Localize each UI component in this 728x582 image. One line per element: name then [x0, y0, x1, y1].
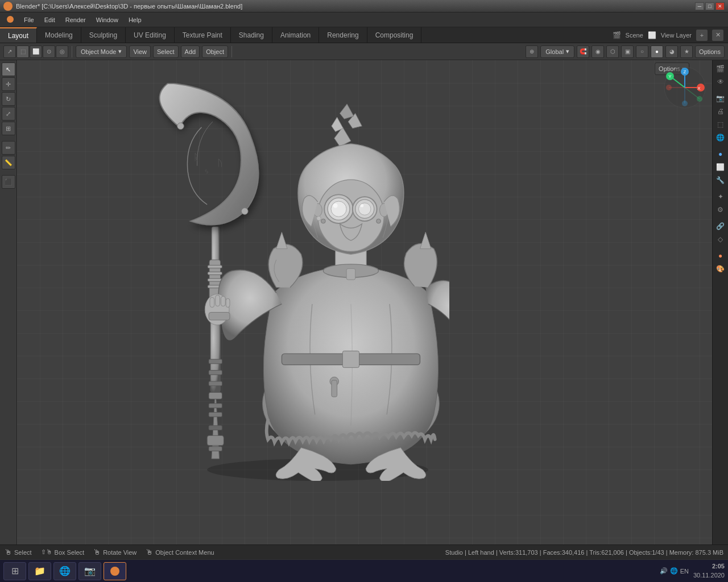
svg-rect-15 [208, 265, 222, 268]
tab-uv-editing[interactable]: UV Editing [126, 27, 175, 43]
viewport[interactable]: ᚱ ᛃ ᚢ [17, 60, 712, 544]
minimize-button[interactable]: ─ [695, 2, 704, 10]
help-menu[interactable]: Help [124, 15, 146, 24]
taskbar-blender[interactable] [104, 562, 126, 580]
edit-menu[interactable]: Edit [40, 15, 60, 24]
svg-rect-3 [209, 359, 222, 364]
svg-point-22 [177, 123, 184, 130]
object-button[interactable]: Object [202, 45, 228, 58]
svg-marker-26 [340, 104, 354, 119]
rp-view-icon[interactable]: 👁 [714, 76, 727, 88]
mode-dropdown[interactable]: Object Mode ▾ [76, 45, 127, 58]
toolbar-select-icon[interactable]: ⬚ [16, 45, 29, 58]
toolbar-material-icon[interactable]: ◕ [665, 45, 678, 58]
add-workspace-button[interactable]: + [696, 30, 708, 41]
tool-transform[interactable]: ⊞ [2, 122, 15, 135]
status-bar: 🖱 Select ⇧🖱 Box Select 🖱 Rotate View 🖱 O… [0, 544, 728, 559]
select-button[interactable]: Select [153, 45, 179, 58]
rp-data-icon[interactable]: ◇ [714, 233, 727, 246]
tab-layout[interactable]: Layout [0, 27, 37, 43]
clock-display[interactable]: 2:05 30.11.2020 [693, 562, 725, 580]
shift-icon: ⇧🖱 [41, 548, 52, 556]
rp-scene-icon[interactable]: 🎬 [714, 63, 727, 75]
tool-move[interactable]: ✛ [2, 77, 15, 91]
toolbar-box-select-icon[interactable]: ⬜ [30, 45, 42, 58]
left-tool-panel: ↖ ✛ ↻ ⤢ ⊞ ✏ 📏 ⬛ [0, 60, 17, 544]
tab-compositing[interactable]: Compositing [367, 27, 422, 43]
tab-rendering[interactable]: Rendering [319, 27, 367, 43]
toolbar-overlay-icon[interactable]: ⬡ [606, 45, 619, 58]
rp-constraints-icon[interactable]: 🔗 [714, 220, 727, 232]
view-button[interactable]: View [129, 45, 151, 58]
tab-modeling[interactable]: Modeling [37, 27, 81, 43]
right-properties-panel: 🎬 👁 📷 🖨 ⬚ 🌐 ● ⬜ 🔧 ✦ ⚙ 🔗 ◇ ● 🎨 [712, 60, 728, 544]
rp-view-layer-icon[interactable]: ⬚ [714, 118, 727, 131]
rp-physics-icon[interactable]: ⚙ [714, 203, 727, 216]
blender-menu-icon [7, 16, 14, 23]
options-button[interactable]: Options [695, 45, 725, 58]
transform-arrow: ▾ [566, 48, 569, 55]
toolbar-pivot-icon[interactable]: ⊕ [526, 45, 538, 58]
workspace-tabs: Layout Modeling Sculpting UV Editing Tex… [0, 27, 728, 43]
rp-output-icon[interactable]: 🖨 [714, 105, 727, 118]
rp-material-icon[interactable]: ● [714, 250, 727, 262]
tool-measure[interactable]: 📏 [2, 156, 15, 169]
toolbar-rendered-icon[interactable]: ★ [680, 45, 693, 58]
taskbar-explorer[interactable]: 📁 [28, 562, 51, 580]
svg-text:ᚱ: ᚱ [193, 152, 199, 162]
rp-render-icon[interactable]: 🎨 [714, 263, 727, 275]
add-button[interactable]: Add [181, 45, 200, 58]
toolbar-proportional-icon[interactable]: ◉ [592, 45, 604, 58]
tool-annotate[interactable]: ✏ [2, 141, 15, 155]
taskbar-browser[interactable]: 🌐 [53, 562, 76, 580]
tray-language[interactable]: EN [680, 568, 689, 575]
menu-bar: File Edit Render Window Help [0, 13, 728, 27]
svg-rect-9 [209, 426, 222, 430]
tool-rotate[interactable]: ↻ [2, 92, 15, 106]
toolbar-arrow-icon[interactable]: ↗ [3, 45, 16, 58]
toolbar-lasso-icon[interactable]: ⊙ [43, 45, 55, 58]
tab-shading[interactable]: Shading [231, 27, 272, 43]
ws-right-controls: 🎬 Scene ⬜ View Layer + ✕ [613, 27, 728, 43]
svg-point-56 [360, 204, 363, 207]
nav-gizmo-svg[interactable]: X Y Z [662, 65, 708, 110]
rp-scene2-icon[interactable]: 🌐 [714, 131, 727, 144]
rp-camera-icon[interactable]: 📷 [714, 92, 727, 105]
taskbar-right: 🔊 🌐 EN 2:05 30.11.2020 [660, 562, 725, 580]
svg-rect-17 [208, 278, 222, 281]
toolbar-xray-icon[interactable]: ▣ [621, 45, 634, 58]
svg-rect-8 [209, 412, 222, 417]
file-menu[interactable]: File [19, 15, 39, 24]
tab-texture-paint[interactable]: Texture Paint [175, 27, 231, 43]
tool-select[interactable]: ↖ [2, 63, 15, 76]
rp-world-icon[interactable]: ● [714, 148, 727, 160]
tab-sculpting[interactable]: Sculpting [81, 27, 126, 43]
main-layout: ↖ ✛ ↻ ⤢ ⊞ ✏ 📏 ⬛ [0, 60, 728, 544]
svg-rect-47 [346, 269, 355, 280]
taskbar-viewer[interactable]: 📷 [78, 562, 101, 580]
tab-animation[interactable]: Animation [272, 27, 319, 43]
tool-icon-group-left: ↗ ⬚ ⬜ ⊙ ◎ [3, 45, 68, 58]
toolbar-circle-icon[interactable]: ◎ [56, 45, 68, 58]
render-menu[interactable]: Render [61, 15, 90, 24]
svg-point-52 [333, 203, 338, 208]
blender-menu[interactable] [2, 15, 18, 25]
rp-particles-icon[interactable]: ✦ [714, 190, 727, 203]
rp-object-icon[interactable]: ⬜ [714, 161, 727, 173]
model-area: ᚱ ᛃ ᚢ [17, 60, 712, 544]
toolbar-solid-icon[interactable]: ● [651, 45, 663, 58]
transform-orientation-dropdown[interactable]: Global ▾ [540, 45, 574, 58]
toolbar-snapping-icon[interactable]: 🧲 [577, 45, 589, 58]
status-context-label: Object Context Menu [155, 549, 214, 556]
close-button[interactable]: ✕ [715, 2, 725, 10]
view-layer-icon: ⬜ [648, 31, 656, 39]
window-menu[interactable]: Window [92, 15, 123, 24]
toolbar-wireframe-icon[interactable]: ○ [636, 45, 648, 58]
start-button[interactable]: ⊞ [3, 562, 26, 580]
maximize-button[interactable]: □ [705, 2, 714, 10]
close-workspace-button[interactable]: ✕ [712, 30, 723, 41]
rp-modifier-icon[interactable]: 🔧 [714, 174, 727, 186]
window-title: Blender* [C:\Users\Алексей\Desktop\3D - … [16, 3, 242, 10]
tool-scale[interactable]: ⤢ [2, 107, 15, 120]
tool-add-cube[interactable]: ⬛ [2, 175, 15, 189]
